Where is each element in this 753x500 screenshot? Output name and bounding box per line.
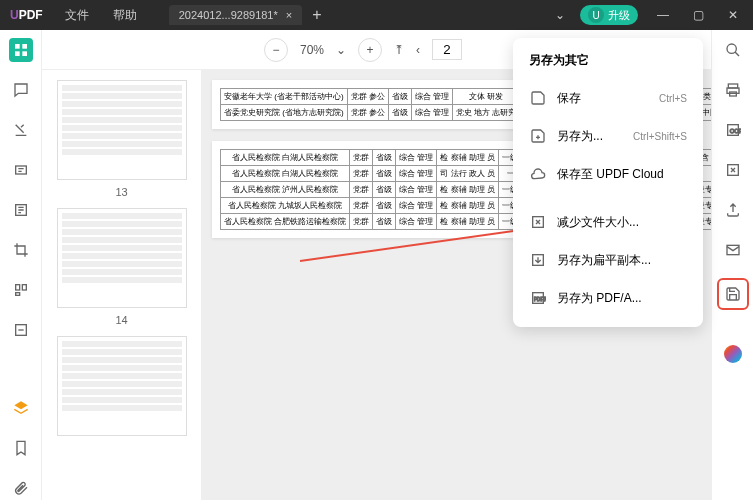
left-toolbar — [0, 30, 42, 500]
dropdown-title: 另存为其它 — [521, 48, 695, 79]
prev-page-icon[interactable]: ‹ — [416, 43, 420, 57]
cloud-icon — [529, 165, 547, 183]
chevron-down-icon[interactable]: ⌄ — [555, 8, 565, 22]
svg-rect-2 — [15, 51, 20, 56]
menu-help[interactable]: 帮助 — [101, 7, 149, 24]
svg-rect-8 — [15, 293, 19, 296]
page-input[interactable] — [432, 39, 462, 60]
pdfa-item[interactable]: PDF/A 另存为 PDF/A... — [521, 279, 695, 317]
save-as-icon — [529, 127, 547, 145]
upgrade-button[interactable]: U 升级 — [580, 5, 638, 25]
svg-rect-1 — [22, 44, 27, 49]
convert-icon[interactable] — [721, 158, 745, 182]
attachment-icon[interactable] — [9, 476, 33, 500]
save-as-item[interactable]: 另存为... Ctrl+Shift+S — [521, 117, 695, 155]
flatten-icon — [529, 251, 547, 269]
svg-text:OCR: OCR — [729, 128, 740, 134]
text-icon[interactable] — [9, 158, 33, 182]
app-logo: UPDF — [0, 8, 53, 22]
edit-icon[interactable] — [9, 118, 33, 142]
reduce-size-item[interactable]: 减少文件大小... — [521, 203, 695, 241]
svg-rect-6 — [15, 285, 19, 290]
minimize-button[interactable]: — — [653, 8, 673, 22]
maximize-button[interactable]: ▢ — [688, 8, 708, 22]
save-icon — [529, 89, 547, 107]
pdfa-icon: PDF/A — [529, 289, 547, 307]
layers-icon[interactable] — [9, 396, 33, 420]
ai-icon[interactable] — [721, 342, 745, 366]
form-icon[interactable] — [9, 198, 33, 222]
comment-icon[interactable] — [9, 78, 33, 102]
compress-icon — [529, 213, 547, 231]
save-as-dropdown: 另存为其它 保存 Ctrl+S 另存为... Ctrl+Shift+S 保存至 … — [513, 38, 703, 327]
print-icon[interactable] — [721, 78, 745, 102]
titlebar: UPDF 文件 帮助 2024012...9289181* × + ⌄ U 升级… — [0, 0, 753, 30]
svg-point-10 — [727, 44, 736, 53]
ocr-icon[interactable]: OCR — [721, 118, 745, 142]
organize-icon[interactable] — [9, 278, 33, 302]
add-tab-button[interactable]: + — [312, 6, 321, 24]
right-toolbar: OCR — [711, 30, 753, 500]
save-icon[interactable] — [717, 278, 749, 310]
save-item[interactable]: 保存 Ctrl+S — [521, 79, 695, 117]
first-page-icon[interactable]: ⤒ — [394, 43, 404, 57]
zoom-in-button[interactable]: + — [358, 38, 382, 62]
svg-rect-3 — [22, 51, 27, 56]
document-tab[interactable]: 2024012...9289181* × — [169, 5, 303, 25]
thumbnail-panel: 13 14 — [42, 70, 202, 500]
zoom-out-button[interactable]: − — [264, 38, 288, 62]
menu-file[interactable]: 文件 — [53, 7, 101, 24]
search-icon[interactable] — [721, 38, 745, 62]
flatten-item[interactable]: 另存为扁平副本... — [521, 241, 695, 279]
page-thumbnail[interactable] — [57, 208, 187, 308]
svg-text:PDF/A: PDF/A — [534, 297, 546, 302]
thumbnail-label: 14 — [52, 314, 191, 326]
crop-icon[interactable] — [9, 238, 33, 262]
redact-icon[interactable] — [9, 318, 33, 342]
thumbnails-icon[interactable] — [9, 38, 33, 62]
svg-rect-4 — [15, 166, 26, 174]
page-thumbnail[interactable] — [57, 80, 187, 180]
save-cloud-item[interactable]: 保存至 UPDF Cloud — [521, 155, 695, 193]
close-button[interactable]: ✕ — [723, 8, 743, 22]
close-icon[interactable]: × — [286, 9, 292, 21]
page-thumbnail[interactable] — [57, 336, 187, 436]
email-icon[interactable] — [721, 238, 745, 262]
svg-rect-7 — [22, 285, 26, 290]
bookmark-icon[interactable] — [9, 436, 33, 460]
svg-rect-0 — [15, 44, 20, 49]
chevron-down-icon[interactable]: ⌄ — [336, 43, 346, 57]
share-icon[interactable] — [721, 198, 745, 222]
thumbnail-label: 13 — [52, 186, 191, 198]
user-icon: U — [588, 7, 604, 23]
tab-label: 2024012...9289181* — [179, 9, 278, 21]
zoom-level: 70% — [300, 43, 324, 57]
